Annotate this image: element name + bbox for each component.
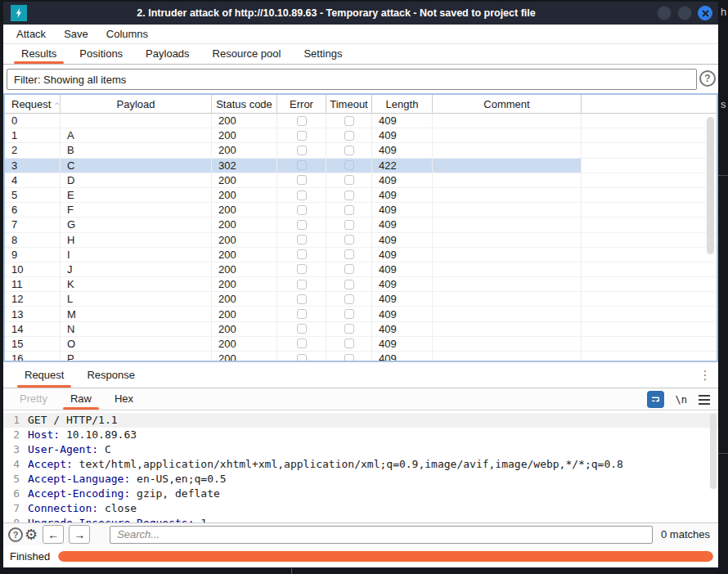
comment-cell [433,128,582,143]
table-row[interactable]: 10J200409 [5,262,717,277]
table-row[interactable]: 1A200409 [5,128,717,143]
table-row[interactable]: 0200409 [5,114,717,128]
column-header-payload[interactable]: Payload [61,95,212,113]
column-label: Payload [117,98,155,110]
table-row[interactable]: 13M200409 [5,307,717,321]
menu-columns[interactable]: Columns [97,28,157,40]
table-row[interactable]: 4D200409 [5,173,717,188]
table-row[interactable]: 16P200409 [5,352,717,362]
next-match-button[interactable]: → [69,525,90,544]
length-cell: 409 [372,173,433,188]
timeout-cell [326,159,372,173]
table-row[interactable]: 5E200409 [5,188,717,203]
request-cell: 13 [5,307,61,321]
column-header-error[interactable]: Error [277,95,326,113]
viewer-tab-response[interactable]: Response [75,362,146,388]
table-scrollbar[interactable] [707,117,714,254]
error-cell [277,217,326,232]
line-number: 2 [3,428,20,442]
table-row[interactable]: 12L200409 [5,292,717,307]
length-cell: 409 [372,352,433,362]
table-row[interactable]: 8H200409 [5,233,717,248]
table-row[interactable]: 2B200409 [5,143,717,158]
tab-resource-pool[interactable]: Resource pool [201,44,293,64]
table-row[interactable]: 6F200409 [5,203,717,217]
wrap-lines-button[interactable] [647,391,664,408]
row-filler [582,337,717,352]
length-cell: 409 [372,128,433,143]
comment-cell [433,114,582,128]
status-cell: 200 [212,262,277,277]
length-cell: 409 [372,277,433,292]
format-tab-hex[interactable]: Hex [103,388,145,410]
line-number: 7 [3,501,20,516]
request-cell: 14 [5,322,61,337]
column-header-status-code[interactable]: Status code [212,95,277,113]
search-settings-gear-icon[interactable]: ⚙ [25,527,38,542]
payload-cell: H [61,233,212,248]
status-label: Finished [10,550,50,563]
format-tab-pretty[interactable]: Pretty [8,388,59,410]
error-cell [277,262,326,277]
length-cell: 409 [372,217,433,232]
timeout-cell [326,337,372,352]
menu-attack[interactable]: Attack [7,28,55,40]
more-options-button[interactable]: ⋮ [699,366,712,384]
tab-settings[interactable]: Settings [292,44,353,64]
show-newlines-button[interactable]: \n [676,394,687,406]
menu-save[interactable]: Save [55,28,97,40]
payload-cell [61,114,212,128]
column-header-request[interactable]: Request [5,95,61,113]
request-editor[interactable]: 1GET / HTTP/1.12Host: 10.10.89.633User-A… [3,410,718,522]
error-cell [277,277,326,292]
column-header-timeout[interactable]: Timeout [326,95,372,113]
window-controls [657,6,712,20]
table-row[interactable]: 15O200409 [5,337,717,352]
search-input[interactable] [110,526,653,544]
request-cell: 10 [5,262,61,277]
payload-cell: N [61,322,212,337]
column-header-length[interactable]: Length [372,95,433,113]
editor-scrollbar[interactable] [710,414,717,489]
table-row[interactable]: 11K200409 [5,277,717,292]
table-row[interactable]: 14N200409 [5,322,717,337]
background-edge-text: h [721,6,726,18]
length-cell: 409 [372,322,433,337]
header-name: Host: [28,428,60,441]
timeout-checkbox [344,324,354,334]
previous-match-button[interactable]: ← [43,525,64,544]
payload-cell: F [61,203,212,217]
maximize-button[interactable] [677,6,692,20]
tab-payloads[interactable]: Payloads [134,44,200,64]
tab-positions[interactable]: Positions [68,44,134,64]
search-help-icon[interactable]: ? [8,527,23,542]
row-filler [582,143,717,158]
header-name: User-Agent: [28,443,98,455]
header-value: 1 [195,517,208,522]
editor-menu-button[interactable] [699,395,710,405]
close-button[interactable] [698,6,712,20]
minimize-button[interactable] [657,6,672,20]
length-cell: 409 [372,248,433,262]
format-icons: \n [647,391,710,408]
filter-bar[interactable]: Filter: Showing all items [7,69,697,90]
timeout-cell [326,277,372,292]
row-filler [582,173,717,188]
main-tabs: ResultsPositionsPayloadsResource poolSet… [3,44,718,65]
table-row[interactable]: 7G200409 [5,217,717,232]
table-row[interactable]: 3C302422 [5,159,717,173]
column-header-comment[interactable]: Comment [433,95,582,113]
column-label: Length [386,98,419,110]
header-value: GET / HTTP/1.1 [28,414,118,426]
row-filler [582,188,717,203]
timeout-cell [326,217,372,232]
tab-results[interactable]: Results [10,44,68,64]
table-row[interactable]: 9I200409 [5,248,717,262]
request-cell: 15 [5,337,61,352]
length-cell: 409 [372,337,433,352]
help-icon[interactable]: ? [699,70,716,87]
format-tab-raw[interactable]: Raw [59,388,103,410]
viewer-tab-request[interactable]: Request [13,362,75,388]
progress-fill [58,551,713,562]
match-count: 0 matches [661,528,710,540]
